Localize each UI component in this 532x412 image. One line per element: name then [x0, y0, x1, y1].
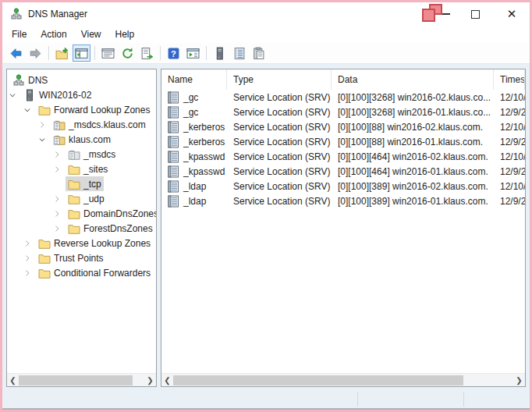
record-row[interactable]: _gcService Location (SRV)[0][100][3268] … — [161, 105, 525, 119]
menu-file[interactable]: File — [5, 26, 34, 43]
record-name-cell: _kpasswd — [161, 165, 227, 178]
tree-item-label: Conditional Forwarders — [54, 268, 151, 279]
record-row[interactable]: _ldapService Location (SRV)[0][100][389]… — [161, 194, 525, 208]
export-list-button[interactable] — [138, 44, 156, 62]
scrollbar-track[interactable] — [19, 374, 144, 386]
tree-item-reverse-lookup-zones[interactable]: Reverse Lookup Zones — [7, 236, 156, 250]
chevron-collapsed-icon[interactable] — [51, 164, 62, 175]
scrollbar-track[interactable] — [173, 374, 513, 386]
properties-button[interactable] — [99, 44, 117, 62]
export-list-icon — [140, 47, 154, 60]
console-window-button[interactable] — [184, 44, 202, 62]
record-name: _ldap — [183, 196, 206, 207]
tree-item-conditional-forwarders[interactable]: Conditional Forwarders — [7, 265, 156, 280]
scrollbar-thumb[interactable] — [173, 375, 463, 385]
toolbar-separator — [94, 46, 95, 60]
folder-icon — [68, 222, 80, 235]
forward-button[interactable] — [27, 44, 44, 62]
tree-item-forward-lookup-zones[interactable]: Forward Lookup Zones — [7, 102, 156, 117]
chevron-collapsed-icon[interactable] — [22, 268, 33, 279]
forward-icon — [29, 47, 42, 60]
scrollbar-thumb[interactable] — [19, 375, 133, 385]
show-hide-console-tree-button[interactable] — [73, 44, 90, 62]
scroll-right-arrow[interactable]: ❯ — [144, 374, 156, 386]
console-tree-panel: DNSWIN2016-02Forward Lookup Zones_msdcs.… — [6, 69, 157, 387]
column-header-type[interactable]: Type — [227, 69, 332, 90]
tree-item-domaindnszones[interactable]: DomainDnsZones — [7, 206, 156, 221]
chevron-collapsed-icon[interactable] — [37, 119, 48, 130]
tree-horizontal-scrollbar[interactable]: ❮ ❯ — [7, 373, 156, 386]
tree-item-tcp[interactable]: _tcp — [7, 176, 156, 191]
record-timestamp-cell: 12/9/20 — [494, 166, 525, 177]
tree-item-msdcs[interactable]: _msdcs — [7, 147, 156, 162]
tree-item-msdcs-klaus-com[interactable]: _msdcs.klaus.com — [7, 117, 156, 132]
tree-item-inner: Trust Points — [36, 250, 106, 265]
tree-item-udp[interactable]: _udp — [7, 191, 156, 206]
chevron-collapsed-icon[interactable] — [51, 223, 62, 234]
chevron-collapsed-icon[interactable] — [22, 253, 33, 264]
record-data-cell: [0][100][389] win2016-02.klaus.com. — [332, 181, 494, 192]
tree-item-dns[interactable]: DNS — [7, 73, 156, 87]
chevron-collapsed-icon[interactable] — [22, 238, 33, 249]
menu-action[interactable]: Action — [34, 26, 73, 43]
record-type-cell: Service Location (SRV) — [227, 181, 332, 192]
up-one-level-button[interactable] — [53, 44, 71, 62]
record-row[interactable]: _kerberosService Location (SRV)[0][100][… — [161, 119, 525, 134]
record-data-cell: [0][100][88] win2016-02.klaus.com. — [332, 122, 494, 133]
menu-help[interactable]: Help — [108, 26, 142, 43]
record-type-cell: Service Location (SRV) — [227, 137, 332, 147]
minimize-button[interactable] — [430, 2, 461, 26]
clipboard-button[interactable] — [250, 44, 268, 62]
scroll-right-arrow[interactable]: ❯ — [513, 374, 525, 386]
tree-item-sites[interactable]: _sites — [7, 162, 156, 176]
close-button[interactable]: ✕ — [494, 2, 530, 26]
record-name: _gc — [183, 107, 198, 118]
records-button[interactable] — [230, 44, 248, 62]
record-timestamp-cell: 12/10/2 — [494, 92, 525, 103]
tree-item-label: Trust Points — [54, 253, 104, 264]
refresh-button[interactable] — [119, 44, 137, 62]
toolbar: ? — [2, 43, 530, 64]
record-name: _kpasswd — [183, 151, 225, 162]
menu-view[interactable]: View — [74, 26, 108, 43]
record-type-cell: Service Location (SRV) — [227, 196, 332, 207]
column-header-data[interactable]: Data — [332, 69, 494, 90]
chevron-collapsed-icon[interactable] — [51, 194, 62, 204]
chevron-expanded-icon[interactable] — [22, 105, 33, 115]
refresh-icon — [121, 47, 134, 60]
record-icon — [168, 91, 179, 104]
tree-item-inner: WIN2016-02 — [21, 87, 94, 102]
maximize-button[interactable] — [459, 2, 491, 26]
list-horizontal-scrollbar[interactable]: ❮ ❯ — [161, 373, 525, 386]
server-button[interactable] — [211, 44, 229, 62]
record-name: _ldap — [183, 181, 206, 192]
chevron-expanded-icon[interactable] — [7, 90, 18, 101]
tree-item-forestdnszones[interactable]: ForestDnsZones — [7, 221, 156, 236]
zone-icon — [53, 119, 66, 131]
scroll-left-arrow[interactable]: ❮ — [161, 374, 173, 386]
record-row[interactable]: _kerberosService Location (SRV)[0][100][… — [161, 134, 525, 149]
record-icon — [168, 195, 179, 208]
column-header-name[interactable]: Name — [161, 69, 227, 90]
column-header-timestamp[interactable]: Timestamp — [494, 69, 525, 90]
help-button[interactable]: ? — [165, 44, 183, 62]
folder-icon — [38, 104, 51, 116]
record-icon — [168, 106, 179, 119]
record-name-cell: _gc — [161, 91, 227, 104]
chevron-collapsed-icon[interactable] — [51, 149, 62, 160]
tree-item-klaus-com[interactable]: klaus.com — [7, 132, 156, 147]
tree-item-win2016-02[interactable]: WIN2016-02 — [7, 87, 156, 102]
chevron-collapsed-icon[interactable] — [51, 208, 62, 219]
record-row[interactable]: _kpasswdService Location (SRV)[0][100][4… — [161, 149, 525, 164]
record-row[interactable]: _kpasswdService Location (SRV)[0][100][4… — [161, 164, 525, 179]
tree-item-label: Forward Lookup Zones — [54, 105, 150, 115]
back-button[interactable] — [7, 44, 25, 62]
chevron-expanded-icon[interactable] — [37, 134, 48, 145]
scroll-left-arrow[interactable]: ❮ — [7, 374, 19, 386]
record-row[interactable]: _ldapService Location (SRV)[0][100][389]… — [161, 179, 525, 194]
maximize-icon — [471, 10, 480, 19]
record-row[interactable]: _gcService Location (SRV)[0][100][3268] … — [161, 90, 525, 105]
record-type-cell: Service Location (SRV) — [227, 151, 332, 162]
toolbar-separator — [48, 46, 49, 60]
tree-item-trust-points[interactable]: Trust Points — [7, 250, 156, 265]
